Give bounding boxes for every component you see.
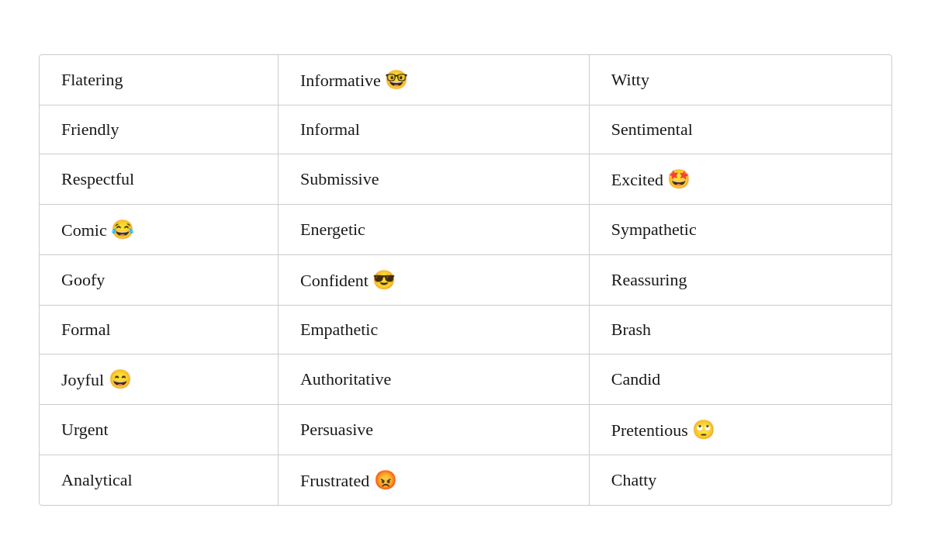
cell-text: Joyful [61, 370, 104, 389]
table-cell: Confident 😎 [278, 255, 589, 306]
table-cell: Empathetic [278, 306, 589, 354]
cell-text: Frustrated [300, 471, 369, 490]
cell-text: Informative [300, 71, 381, 90]
table-cell: Reassuring [589, 255, 891, 306]
cell-text: Pretentious [611, 420, 688, 440]
table-cell: Analytical [40, 455, 278, 506]
table-cell: Friendly [40, 105, 278, 154]
cell-text: Flatering [61, 70, 123, 89]
cell-text: Analytical [61, 470, 133, 489]
cell-text: Chatty [611, 470, 657, 489]
table-cell: Authoritative [278, 354, 589, 405]
table-cell: Energetic [278, 205, 589, 255]
cell-text: Persuasive [300, 420, 373, 439]
table-row: FlateringInformative 🤓Witty [40, 55, 891, 105]
cell-text: Friendly [61, 119, 119, 139]
cell-text: Formal [61, 320, 111, 339]
cell-text: Informal [300, 119, 360, 139]
cell-text: Goofy [61, 270, 105, 289]
cell-text: Urgent [61, 420, 109, 439]
table-cell: Formal [40, 306, 278, 354]
cell-text: Brash [611, 320, 651, 339]
cell-text: Comic [61, 220, 107, 240]
cell-text: Energetic [300, 220, 365, 239]
cell-emoji: 🤩 [667, 169, 690, 189]
cell-text: Authoritative [300, 369, 391, 389]
cell-emoji: 😂 [111, 220, 134, 240]
cell-emoji: 🙄 [692, 420, 715, 440]
cell-text: Sympathetic [611, 220, 697, 239]
cell-text: Confident [300, 271, 369, 290]
table-cell: Comic 😂 [40, 205, 278, 255]
table-row: UrgentPersuasivePretentious 🙄 [40, 405, 891, 455]
cell-text: Empathetic [300, 320, 378, 339]
cell-emoji: 😄 [109, 369, 132, 389]
table-row: Joyful 😄AuthoritativeCandid [40, 354, 891, 405]
tone-table: FlateringInformative 🤓WittyFriendlyInfor… [40, 55, 891, 505]
table-cell: Brash [589, 306, 891, 354]
table-row: Comic 😂EnergeticSympathetic [40, 205, 891, 255]
cell-emoji: 😎 [372, 270, 396, 290]
cell-emoji: 🤓 [385, 70, 408, 90]
table-cell: Goofy [40, 255, 278, 306]
cell-text: Reassuring [611, 270, 687, 289]
cell-text: Submissive [300, 169, 379, 188]
table-cell: Candid [589, 354, 891, 405]
table-cell: Frustrated 😡 [278, 455, 589, 506]
table-cell: Witty [589, 55, 891, 105]
table-cell: Persuasive [278, 405, 589, 455]
table-row: AnalyticalFrustrated 😡Chatty [40, 455, 891, 506]
cell-text: Candid [611, 369, 661, 389]
tone-table-container: FlateringInformative 🤓WittyFriendlyInfor… [39, 54, 892, 506]
cell-text: Respectful [61, 169, 134, 188]
table-cell: Submissive [278, 154, 589, 205]
table-cell: Informative 🤓 [278, 55, 589, 105]
table-row: FriendlyInformalSentimental [40, 105, 891, 154]
cell-text: Sentimental [611, 119, 693, 139]
table-cell: Respectful [40, 154, 278, 205]
cell-text: Excited [611, 170, 663, 189]
table-cell: Sympathetic [589, 205, 891, 255]
table-cell: Joyful 😄 [40, 354, 278, 405]
table-cell: Informal [278, 105, 589, 154]
table-cell: Sentimental [589, 105, 891, 154]
table-row: GoofyConfident 😎Reassuring [40, 255, 891, 306]
table-row: FormalEmpatheticBrash [40, 306, 891, 354]
table-cell: Excited 🤩 [589, 154, 891, 205]
table-cell: Flatering [40, 55, 278, 105]
cell-text: Witty [611, 70, 649, 89]
table-cell: Urgent [40, 405, 278, 455]
table-cell: Chatty [589, 455, 891, 506]
table-row: RespectfulSubmissiveExcited 🤩 [40, 154, 891, 205]
table-cell: Pretentious 🙄 [589, 405, 891, 455]
cell-emoji: 😡 [374, 470, 397, 490]
